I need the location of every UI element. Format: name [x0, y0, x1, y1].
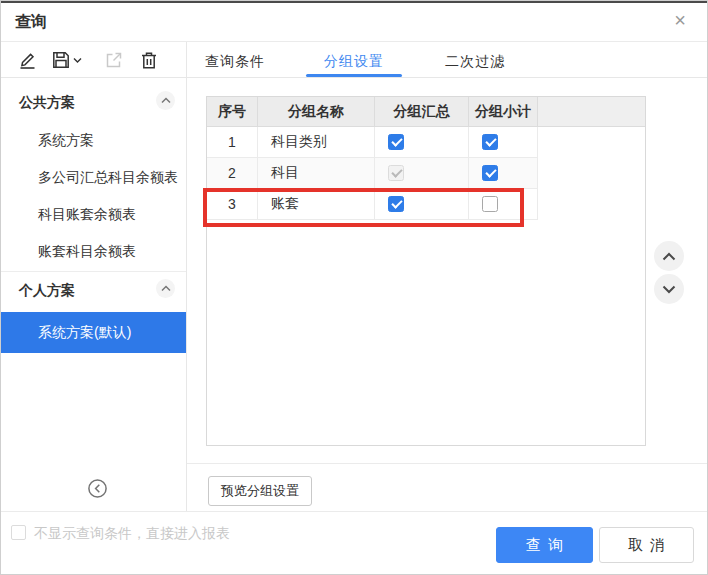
- trash-icon: [140, 51, 158, 70]
- chevron-up-icon: [662, 252, 676, 261]
- table-row[interactable]: 2 科目: [207, 158, 645, 189]
- cancel-button-label: 取消: [628, 536, 672, 555]
- column-header-seq: 序号: [207, 97, 258, 127]
- column-header-group-subtotal: 分组小计: [469, 97, 538, 127]
- cell-group-name: 科目类别: [258, 127, 375, 158]
- chevron-down-icon: [73, 57, 82, 64]
- dialog-title: 查询: [15, 12, 47, 33]
- edit-button[interactable]: [14, 47, 40, 73]
- move-up-button[interactable]: [654, 241, 684, 271]
- move-down-button[interactable]: [654, 274, 684, 304]
- table-header-row: 序号 分组名称 分组汇总 分组小计: [207, 97, 645, 127]
- query-dialog: 查询 ×: [0, 0, 708, 575]
- section-personal-schemes[interactable]: 个人方案: [19, 282, 75, 300]
- summary-checkbox[interactable]: [388, 196, 404, 212]
- table-row[interactable]: 1 科目类别: [207, 127, 645, 158]
- save-floppy-icon: [51, 50, 71, 70]
- active-tab-underline: [306, 74, 402, 77]
- cancel-button[interactable]: 取消: [599, 527, 694, 563]
- sidebar-divider: [186, 42, 187, 511]
- delete-button[interactable]: [136, 47, 162, 73]
- cell-filler: [538, 158, 645, 189]
- sidebar-item-subject-ledger-balance[interactable]: 科目账套余额表: [1, 196, 186, 233]
- tab-query-conditions[interactable]: 查询条件: [204, 48, 266, 74]
- section-public-schemes[interactable]: 公共方案: [19, 94, 75, 112]
- column-header-group-name: 分组名称: [258, 97, 375, 127]
- query-button[interactable]: 查询: [496, 527, 593, 563]
- subtotal-checkbox[interactable]: [482, 165, 498, 181]
- section-divider: [1, 271, 186, 272]
- sidebar-collapse-button[interactable]: [87, 478, 108, 499]
- export-button[interactable]: [101, 47, 127, 73]
- tab-group-settings[interactable]: 分组设置: [306, 48, 402, 74]
- cell-seq: 2: [207, 158, 258, 189]
- footer-divider: [1, 511, 708, 512]
- subtotal-checkbox[interactable]: [482, 196, 498, 212]
- toolbar-divider: [1, 77, 708, 78]
- pencil-icon: [17, 50, 38, 71]
- cell-filler: [538, 189, 645, 220]
- sidebar-item-system-scheme[interactable]: 系统方案: [1, 122, 186, 159]
- save-button[interactable]: [49, 47, 83, 73]
- cell-seq: 1: [207, 127, 258, 158]
- sidebar-item-multicompany-balance[interactable]: 多公司汇总科目余额表: [1, 159, 186, 196]
- hide-query-label: 不显示查询条件，直接进入报表: [34, 525, 230, 543]
- export-icon: [105, 51, 123, 69]
- group-settings-table: 序号 分组名称 分组汇总 分组小计 1 科目类别 2 科目 3 账套: [206, 96, 646, 446]
- column-header-filler: [538, 97, 645, 127]
- table-row[interactable]: 3 账套: [207, 189, 645, 220]
- close-icon[interactable]: ×: [669, 9, 691, 31]
- chevron-down-icon: [662, 285, 676, 294]
- summary-checkbox[interactable]: [388, 134, 404, 150]
- cell-group-name: 账套: [258, 189, 375, 220]
- cell-group-name: 科目: [258, 158, 375, 189]
- preview-group-settings-button[interactable]: 预览分组设置: [208, 476, 312, 506]
- hide-query-checkbox[interactable]: [11, 525, 26, 540]
- cell-filler: [538, 127, 645, 158]
- sidebar-item-ledger-subject-balance[interactable]: 账套科目余额表: [1, 233, 186, 270]
- chevron-up-icon: [161, 97, 171, 104]
- tab-secondary-filter[interactable]: 二次过滤: [444, 48, 506, 74]
- column-header-group-summary: 分组汇总: [375, 97, 469, 127]
- summary-checkbox: [388, 165, 404, 181]
- window-top-edge: [1, 1, 708, 3]
- query-button-label: 查询: [526, 536, 570, 555]
- titlebar-divider: [1, 41, 708, 42]
- cell-seq: 3: [207, 189, 258, 220]
- section-collapse-button[interactable]: [156, 279, 175, 298]
- preview-divider: [187, 463, 708, 464]
- chevron-left-circle-icon: [87, 478, 108, 499]
- subtotal-checkbox[interactable]: [482, 134, 498, 150]
- chevron-up-icon: [161, 285, 171, 292]
- section-collapse-button[interactable]: [156, 91, 175, 110]
- sidebar-item-system-scheme-default[interactable]: 系统方案(默认): [1, 312, 186, 353]
